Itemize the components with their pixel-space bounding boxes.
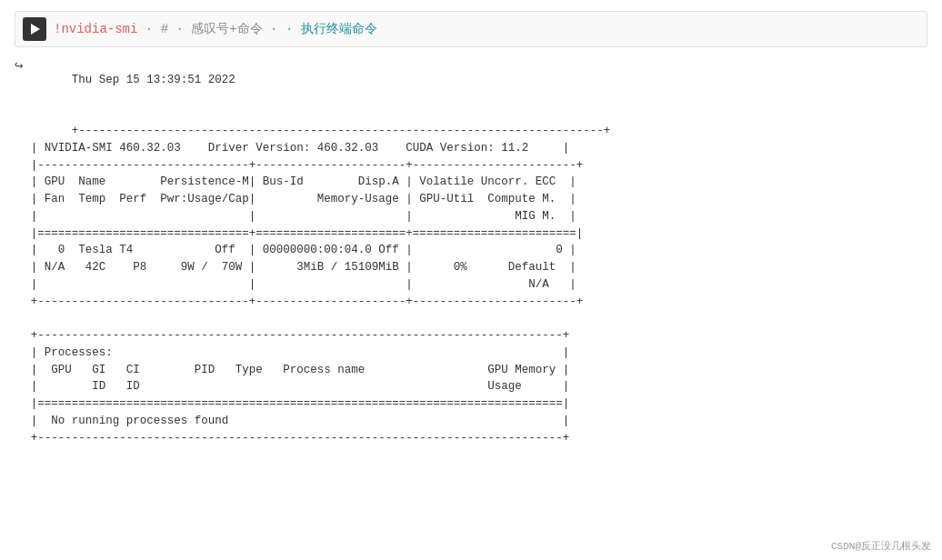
run-button[interactable]: [23, 17, 46, 41]
cmd-hash: #: [161, 22, 168, 36]
cmd-dot1: ·: [137, 22, 160, 36]
nvidia-smi-output: +---------------------------------------…: [31, 125, 611, 445]
command-text: !nvidia-smi · # · 感叹号+命令 · · 执行终端命令: [54, 21, 377, 37]
output-arrow-icon: ↪: [15, 55, 24, 75]
cmd-note1: 感叹号+命令: [191, 22, 262, 36]
cmd-dot3: · ·: [263, 22, 301, 36]
cmd-dot2: ·: [168, 22, 191, 36]
output-section: ↪ Thu Sep 15 13:39:51 2022 +------------…: [15, 55, 927, 464]
command-bar: !nvidia-smi · # · 感叹号+命令 · · 执行终端命令: [15, 11, 927, 47]
cmd-note2: 执行终端命令: [301, 22, 377, 36]
timestamp: Thu Sep 15 13:39:51 2022: [72, 74, 236, 86]
cmd-part-nvidia: !nvidia-smi: [54, 22, 137, 36]
watermark: CSDN@反正没几根头发: [831, 539, 931, 553]
output-content: Thu Sep 15 13:39:51 2022 +--------------…: [31, 55, 927, 464]
